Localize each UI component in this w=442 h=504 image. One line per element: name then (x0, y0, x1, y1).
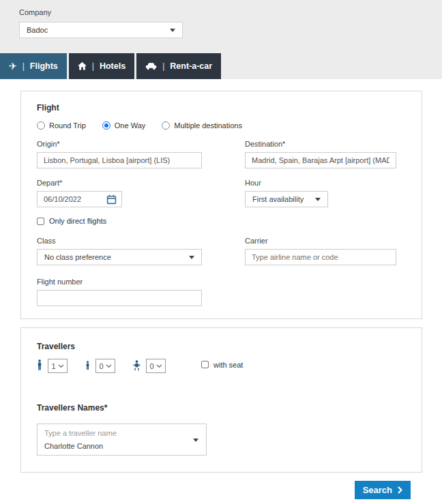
origin-destination-row: Origin* Destination* (37, 140, 406, 168)
product-tabs: ✈ | Flights | Hotels (0, 53, 223, 79)
top-band: Company Badoc ✈ | Flights | Hotels (0, 0, 442, 79)
hour-select[interactable]: First availability (245, 191, 328, 207)
with-seat-option: with seat (201, 361, 243, 369)
chevron-down-icon (189, 256, 194, 259)
tab-hotels-label: Hotels (100, 61, 126, 71)
depart-date-value: 06/10/2022 (44, 195, 81, 203)
flight-form-card: Flight Round Trip One Way Multiple desti… (20, 91, 422, 319)
depart-label: Depart* (37, 179, 202, 187)
adults-group: 1 (37, 359, 68, 373)
children-group: 0 (85, 359, 115, 373)
tab-flights[interactable]: ✈ | Flights (0, 53, 67, 79)
only-direct-checkbox[interactable] (37, 218, 44, 225)
travellers-counts-row: 1 0 (37, 359, 406, 373)
company-select[interactable]: Badoc (19, 22, 183, 38)
carrier-input[interactable] (245, 249, 396, 265)
car-icon (145, 62, 157, 70)
company-label: Company (19, 8, 51, 16)
radio-circle[interactable] (37, 121, 45, 130)
trip-type-radios: Round Trip One Way Multiple destinations (37, 121, 406, 130)
class-carrier-row: Class No class preference Carrier (37, 237, 406, 265)
tab-separator: | (92, 61, 94, 71)
traveller-name-placeholder: Type a traveller name (44, 429, 188, 437)
radio-one-way[interactable]: One Way (102, 121, 145, 130)
flight-number-input[interactable] (37, 290, 202, 306)
travellers-card: Travellers 1 (20, 327, 422, 473)
only-direct-label: Only direct flights (49, 217, 106, 225)
tab-separator: | (162, 61, 164, 71)
class-select[interactable]: No class preference (37, 249, 202, 265)
with-seat-label: with seat (213, 361, 243, 369)
tab-separator: | (23, 61, 25, 71)
hour-label: Hour (245, 179, 328, 187)
infant-icon (133, 360, 141, 372)
radio-one-way-label: One Way (115, 121, 145, 130)
radio-circle[interactable] (162, 121, 170, 130)
chevron-down-icon (106, 364, 112, 368)
search-button-label: Search (363, 485, 392, 495)
children-count-select[interactable]: 0 (95, 359, 115, 373)
only-direct-row: Only direct flights (37, 217, 406, 225)
company-select-value: Badoc (27, 26, 48, 34)
flight-number-label: Flight number (37, 278, 202, 286)
adults-count-value: 1 (51, 362, 55, 370)
radio-round-trip[interactable]: Round Trip (37, 121, 86, 130)
chevron-down-icon (58, 364, 64, 368)
chevron-right-icon (398, 486, 402, 494)
traveller-name-value: Charlotte Cannon (44, 442, 188, 450)
hour-select-value: First availability (252, 195, 304, 203)
search-button[interactable]: Search (355, 481, 411, 499)
traveller-name-combobox[interactable]: Type a traveller name Charlotte Cannon (37, 424, 207, 456)
booking-page: Company Badoc ✈ | Flights | Hotels (0, 0, 442, 504)
search-row: Search (0, 481, 442, 499)
destination-input[interactable] (245, 152, 396, 168)
chevron-down-icon (170, 29, 175, 32)
tab-flights-label: Flights (30, 61, 58, 71)
flight-number-row: Flight number (37, 278, 406, 306)
radio-round-trip-label: Round Trip (49, 121, 86, 130)
radio-circle-selected[interactable] (102, 121, 110, 130)
adults-count-select[interactable]: 1 (48, 359, 68, 373)
depart-hour-row: Depart* 06/10/2022 Hour (37, 179, 406, 207)
infants-count-value: 0 (149, 362, 153, 370)
chevron-down-icon (315, 198, 321, 201)
class-select-value: No class preference (44, 253, 111, 261)
infants-group: 0 (133, 359, 166, 373)
children-count-value: 0 (99, 362, 103, 370)
home-icon (78, 62, 87, 70)
origin-label: Origin* (37, 140, 202, 148)
chevron-down-icon (156, 364, 162, 368)
class-label: Class (37, 237, 202, 245)
destination-label: Destination* (245, 140, 396, 148)
tab-rentacar-label: Rent-a-car (170, 61, 212, 71)
with-seat-checkbox[interactable] (201, 361, 209, 368)
adult-icon (37, 359, 42, 372)
carrier-label: Carrier (245, 237, 396, 245)
tab-rentacar[interactable]: | Rent-a-car (136, 53, 221, 79)
chevron-down-icon (193, 439, 198, 442)
tab-hotels[interactable]: | Hotels (69, 53, 134, 79)
calendar-icon[interactable] (106, 194, 117, 205)
radio-multiple-destinations[interactable]: Multiple destinations (162, 121, 242, 130)
travellers-names-heading: Travellers Names* (37, 403, 406, 413)
origin-input[interactable] (37, 152, 202, 168)
depart-date-input[interactable]: 06/10/2022 (37, 191, 122, 207)
travellers-heading: Travellers (37, 342, 406, 351)
child-icon (85, 361, 90, 372)
plane-icon: ✈ (9, 61, 17, 72)
radio-multiple-destinations-label: Multiple destinations (174, 121, 242, 130)
infants-count-select[interactable]: 0 (146, 359, 166, 373)
flight-heading: Flight (37, 103, 406, 113)
